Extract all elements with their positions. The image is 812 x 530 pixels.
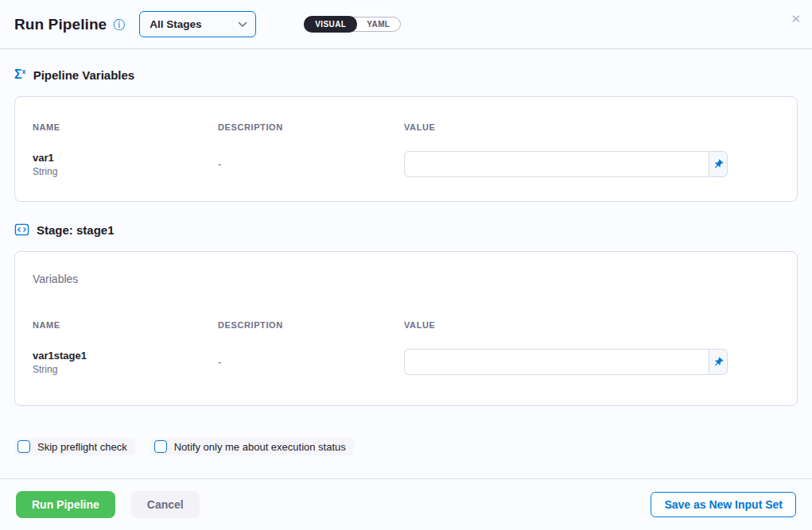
- pipeline-variables-section-header: Σx Pipeline Variables: [14, 68, 798, 82]
- column-header-description: DESCRIPTION: [218, 320, 404, 330]
- variable-name: var1stage1: [33, 350, 218, 362]
- execution-options: Skip preflight check Notify only me abou…: [14, 438, 798, 455]
- toggle-yaml[interactable]: YAML: [356, 17, 400, 32]
- title-wrap: Run Pipeline ⓘ: [14, 16, 125, 33]
- variable-name: var1: [33, 152, 218, 164]
- variable-description: -: [218, 158, 404, 170]
- run-pipeline-button[interactable]: Run Pipeline: [16, 491, 115, 518]
- skip-preflight-checkbox[interactable]: [17, 440, 30, 453]
- variable-name-cell: var1stage1 String: [33, 350, 218, 375]
- table-row: var1stage1 String -: [33, 349, 779, 375]
- stage-select-dropdown[interactable]: All Stages: [139, 11, 256, 37]
- pipeline-variables-table-header: NAME DESCRIPTION VALUE: [33, 122, 779, 132]
- notify-only-me-checkbox[interactable]: [154, 440, 167, 453]
- variable-value-group: [404, 349, 728, 375]
- toggle-visual[interactable]: VISUAL: [304, 16, 357, 33]
- run-pipeline-dialog: Run Pipeline ⓘ All Stages VISUAL YAML ✕ …: [0, 0, 812, 530]
- skip-preflight-check-option[interactable]: Skip preflight check: [14, 438, 135, 455]
- stage-icon: [14, 222, 29, 237]
- stage-section-title: Stage: stage1: [37, 223, 115, 237]
- stage-section-header: Stage: stage1: [14, 222, 798, 237]
- variable-value-input[interactable]: [404, 349, 709, 375]
- pipeline-variables-icon: Σx: [14, 68, 26, 81]
- page-title: Run Pipeline: [14, 16, 107, 33]
- column-header-name: NAME: [33, 122, 218, 132]
- chevron-down-icon: [238, 21, 247, 28]
- variable-name-cell: var1 String: [33, 152, 218, 177]
- dialog-header: Run Pipeline ⓘ All Stages VISUAL YAML ✕: [0, 0, 812, 49]
- column-header-description: DESCRIPTION: [218, 122, 404, 132]
- table-row: var1 String -: [33, 151, 779, 177]
- pipeline-variables-title: Pipeline Variables: [33, 68, 135, 82]
- variable-value-input[interactable]: [404, 151, 709, 177]
- notify-only-me-option[interactable]: Notify only me about execution status: [151, 438, 354, 455]
- dialog-body: Σx Pipeline Variables NAME DESCRIPTION V…: [0, 49, 812, 478]
- visual-yaml-toggle: VISUAL YAML: [304, 17, 401, 32]
- variable-description: -: [218, 356, 404, 368]
- stage-select-value: All Stages: [150, 18, 201, 30]
- pin-icon: [710, 354, 726, 370]
- dialog-footer: Run Pipeline Cancel Save as New Input Se…: [0, 478, 812, 530]
- pipeline-variables-card: NAME DESCRIPTION VALUE var1 String -: [14, 96, 798, 202]
- variable-value-group: [404, 151, 728, 177]
- cancel-button[interactable]: Cancel: [131, 491, 200, 518]
- column-header-name: NAME: [33, 320, 218, 330]
- notify-only-me-label: Notify only me about execution status: [174, 441, 346, 453]
- close-icon[interactable]: ✕: [791, 13, 801, 25]
- info-icon[interactable]: ⓘ: [113, 18, 125, 30]
- stage-variables-card-title: Variables: [33, 273, 779, 285]
- variable-type: String: [33, 364, 218, 375]
- stage-variables-card: Variables NAME DESCRIPTION VALUE var1sta…: [14, 251, 798, 406]
- save-as-new-input-set-button[interactable]: Save as New Input Set: [651, 492, 796, 517]
- stage-variables-table-header: NAME DESCRIPTION VALUE: [33, 320, 779, 330]
- pin-input-type-button[interactable]: [709, 151, 728, 177]
- column-header-value: VALUE: [404, 320, 779, 330]
- pin-icon: [710, 157, 726, 172]
- pin-input-type-button[interactable]: [709, 349, 728, 375]
- skip-preflight-label: Skip preflight check: [37, 441, 127, 453]
- column-header-value: VALUE: [404, 122, 779, 132]
- variable-type: String: [33, 166, 218, 177]
